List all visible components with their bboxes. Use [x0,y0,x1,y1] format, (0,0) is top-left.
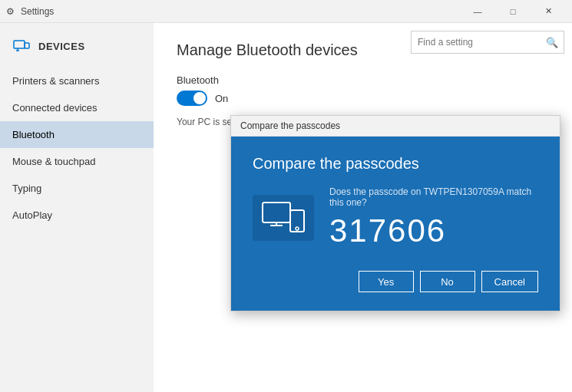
close-button[interactable]: ✕ [531,0,566,23]
no-button[interactable]: No [420,271,475,292]
app-container: DEVICES Printers & scanners Connected de… [0,23,572,392]
sidebar-item-autoplay[interactable]: AutoPlay [0,202,154,229]
dialog-right: Does the passcode on TWTPEN1307059A matc… [329,186,538,249]
sidebar-item-printers[interactable]: Printers & scanners [0,68,154,94]
title-bar-left: ⚙ Settings [6,6,54,17]
cancel-button[interactable]: Cancel [481,271,538,292]
content-area: 🔍 Manage Bluetooth devices Bluetooth On … [154,23,572,392]
devices-icon [12,37,31,55]
title-bar: ⚙ Settings — □ ✕ [0,0,572,23]
dialog-title-bar: Compare the passcodes [231,116,560,137]
svg-rect-1 [25,43,29,48]
dialog-content-row: Does the passcode on TWTPEN1307059A matc… [253,186,538,249]
svg-point-8 [296,227,299,230]
window-title: Settings [21,6,54,17]
svg-rect-4 [263,203,290,222]
sidebar-item-mouse[interactable]: Mouse & touchpad [0,148,154,175]
yes-button[interactable]: Yes [359,271,414,292]
sidebar: DEVICES Printers & scanners Connected de… [0,23,154,392]
passcode-dialog: Compare the passcodes Compare the passco… [230,115,560,311]
minimize-button[interactable]: — [460,0,495,23]
maximize-button[interactable]: □ [495,0,531,23]
dialog-heading: Compare the passcodes [253,155,538,173]
sidebar-item-bluetooth[interactable]: Bluetooth [0,121,154,148]
svg-rect-0 [14,41,25,48]
dialog-body: Compare the passcodes [231,137,560,311]
svg-rect-7 [290,210,304,232]
passcode-number: 317606 [329,212,538,249]
settings-icon: ⚙ [6,6,15,17]
sidebar-header: DEVICES [0,31,154,68]
sidebar-item-connected[interactable]: Connected devices [0,94,154,121]
dialog-overlay: Compare the passcodes Compare the passco… [154,23,572,392]
title-bar-controls: — □ ✕ [460,0,566,23]
dialog-question: Does the passcode on TWTPEN1307059A matc… [329,186,538,208]
sidebar-item-typing[interactable]: Typing [0,175,154,202]
dialog-buttons: Yes No Cancel [253,268,538,292]
sidebar-title: DEVICES [38,41,85,52]
device-icon [253,195,314,241]
